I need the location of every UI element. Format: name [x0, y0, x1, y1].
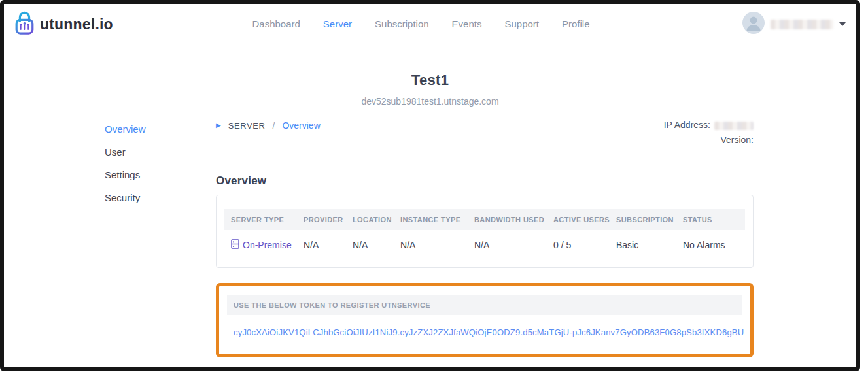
col-bandwidth-used: BANDWIDTH USED: [474, 216, 553, 223]
server-type-value: On-Premise: [243, 240, 292, 250]
nav-subscription[interactable]: Subscription: [375, 18, 429, 29]
server-type-cell[interactable]: On-Premise: [231, 239, 304, 251]
sidebar-item-user[interactable]: User: [105, 140, 203, 163]
username-redacted: [771, 20, 833, 29]
version-row: Version:: [664, 133, 754, 148]
instance-type-value: N/A: [400, 240, 474, 250]
overview-card: SERVER TYPE PROVIDER LOCATION INSTANCE T…: [216, 195, 754, 268]
server-rack-icon: [231, 239, 239, 251]
status-value: No Alarms: [683, 240, 738, 250]
ip-address-label: IP Address:: [664, 120, 710, 130]
col-status: STATUS: [683, 216, 738, 223]
server-subdomain: dev52sub1981test1.utnstage.com: [4, 96, 856, 107]
page-title: Test1: [4, 72, 856, 89]
overview-heading: Overview: [216, 174, 754, 188]
breadcrumb: ▶ SERVER / Overview: [216, 120, 321, 131]
avatar: [742, 12, 765, 37]
app-window: utunnel.io Dashboard Server Subscription…: [0, 0, 860, 371]
token-box-heading: USE THE BELOW TOKEN TO REGISTER UTNSERVI…: [227, 295, 742, 315]
version-label: Version:: [720, 135, 754, 145]
breadcrumb-separator: /: [273, 120, 275, 131]
caret-down-icon: [839, 22, 846, 26]
main-nav: Dashboard Server Subscription Events Sup…: [252, 18, 589, 29]
brand-logo[interactable]: utunnel.io: [13, 4, 113, 44]
sidebar-item-overview[interactable]: Overview: [105, 118, 203, 140]
subscription-value: Basic: [616, 240, 683, 250]
bandwidth-used-value: N/A: [474, 240, 553, 250]
col-server-type: SERVER TYPE: [231, 216, 304, 223]
location-value: N/A: [353, 240, 400, 250]
server-sidebar: Overview User Settings Security: [105, 118, 203, 209]
top-navbar: utunnel.io Dashboard Server Subscription…: [4, 4, 856, 44]
table-row: On-Premise N/A N/A N/A N/A 0 / 5 Basic N…: [224, 230, 745, 259]
nav-server[interactable]: Server: [323, 18, 352, 29]
nav-dashboard[interactable]: Dashboard: [252, 18, 300, 29]
ip-address-redacted: [714, 122, 754, 130]
main-content: ▶ SERVER / Overview IP Address: Version:…: [216, 118, 754, 357]
provider-value: N/A: [304, 240, 353, 250]
col-subscription: SUBSCRIPTION: [616, 216, 683, 223]
breadcrumb-arrow-icon: ▶: [216, 122, 221, 129]
utunnel-lock-icon: [13, 10, 35, 38]
col-provider: PROVIDER: [304, 216, 353, 223]
server-info: IP Address: Version:: [664, 118, 754, 148]
token-box: USE THE BELOW TOKEN TO REGISTER UTNSERVI…: [216, 283, 754, 357]
breadcrumb-current[interactable]: Overview: [282, 120, 320, 131]
nav-support[interactable]: Support: [504, 18, 539, 29]
server-title-block: Test1 dev52sub1981test1.utnstage.com: [4, 72, 856, 107]
col-instance-type: INSTANCE TYPE: [400, 216, 474, 223]
nav-profile[interactable]: Profile: [562, 18, 590, 29]
sidebar-item-security[interactable]: Security: [105, 186, 203, 209]
active-users-value: 0 / 5: [553, 240, 616, 250]
nav-events[interactable]: Events: [452, 18, 482, 29]
registration-token[interactable]: cyJ0cXAiOiJKV1QiLCJhbGciOiJIUzI1NiJ9.cyJ…: [227, 327, 742, 337]
table-header-row: SERVER TYPE PROVIDER LOCATION INSTANCE T…: [224, 209, 745, 230]
user-menu[interactable]: [742, 4, 846, 44]
ip-address-row: IP Address:: [664, 118, 754, 133]
sidebar-item-settings[interactable]: Settings: [105, 163, 203, 186]
col-location: LOCATION: [353, 216, 400, 223]
col-active-users: ACTIVE USERS: [553, 216, 616, 223]
breadcrumb-section: SERVER: [228, 121, 266, 131]
brand-name: utunnel.io: [40, 16, 113, 33]
